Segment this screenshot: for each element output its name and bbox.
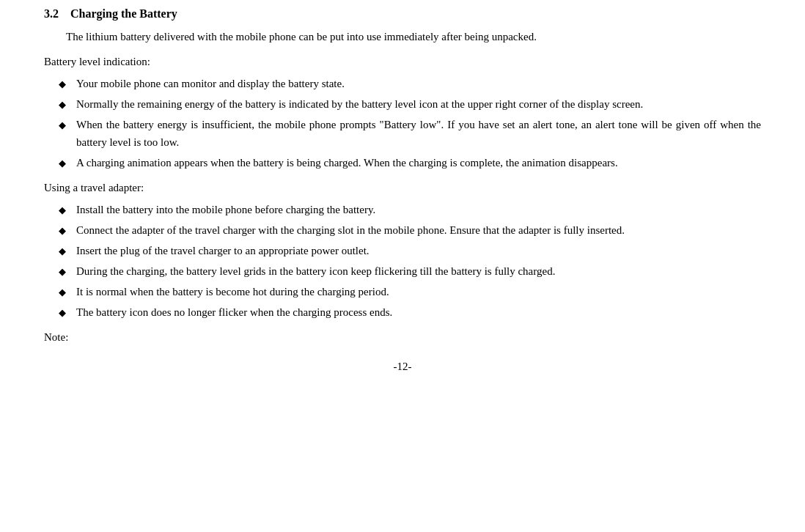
list-item: ◆ Insert the plug of the travel charger … [59,242,761,259]
diamond-icon: ◆ [59,156,69,171]
list-item: ◆ Install the battery into the mobile ph… [59,201,761,218]
diamond-icon: ◆ [59,265,69,280]
section-title: Charging the Battery [70,7,177,21]
list-item: ◆ It is normal when the battery is becom… [59,283,761,300]
diamond-icon: ◆ [59,118,69,133]
list-item: ◆ Normally the remaining energy of the b… [59,95,761,113]
page-number: -12- [44,361,761,373]
list-item-text: During the charging, the battery level g… [76,262,761,280]
list-item-text: Connect the adapter of the travel charge… [76,221,761,239]
list-item: ◆ The battery icon does no longer flicke… [59,303,761,321]
diamond-icon: ◆ [59,306,69,321]
list-item: ◆ During the charging, the battery level… [59,262,761,280]
list-item-text: The battery icon does no longer flicker … [76,303,761,321]
battery-level-list: ◆ Your mobile phone can monitor and disp… [59,75,761,171]
list-item-text: A charging animation appears when the ba… [76,154,761,171]
list-item: ◆ When the battery energy is insufficien… [59,116,761,151]
travel-adapter-label: Using a travel adapter: [44,179,761,196]
diamond-icon: ◆ [59,244,69,259]
diamond-icon: ◆ [59,203,69,218]
note-label: Note: [44,328,761,346]
list-item: ◆ A charging animation appears when the … [59,154,761,171]
list-item-text: It is normal when the battery is become … [76,283,761,300]
list-item-text: When the battery energy is insufficient,… [76,116,761,151]
list-item-text: Insert the plug of the travel charger to… [76,242,761,259]
list-item: ◆ Your mobile phone can monitor and disp… [59,75,761,92]
diamond-icon: ◆ [59,223,69,239]
diamond-icon: ◆ [59,97,69,113]
diamond-icon: ◆ [59,77,69,92]
section-heading: 3.2 Charging the Battery [44,7,761,21]
list-item-text: Your mobile phone can monitor and displa… [76,75,761,92]
travel-adapter-list: ◆ Install the battery into the mobile ph… [59,201,761,321]
list-item-text: Normally the remaining energy of the bat… [76,95,761,113]
intro-paragraph: The lithium battery delivered with the m… [44,28,761,45]
diamond-icon: ◆ [59,285,69,300]
section-number: 3.2 [44,7,59,21]
list-item-text: Install the battery into the mobile phon… [76,201,761,218]
list-item: ◆ Connect the adapter of the travel char… [59,221,761,239]
battery-level-label: Battery level indication: [44,53,761,70]
